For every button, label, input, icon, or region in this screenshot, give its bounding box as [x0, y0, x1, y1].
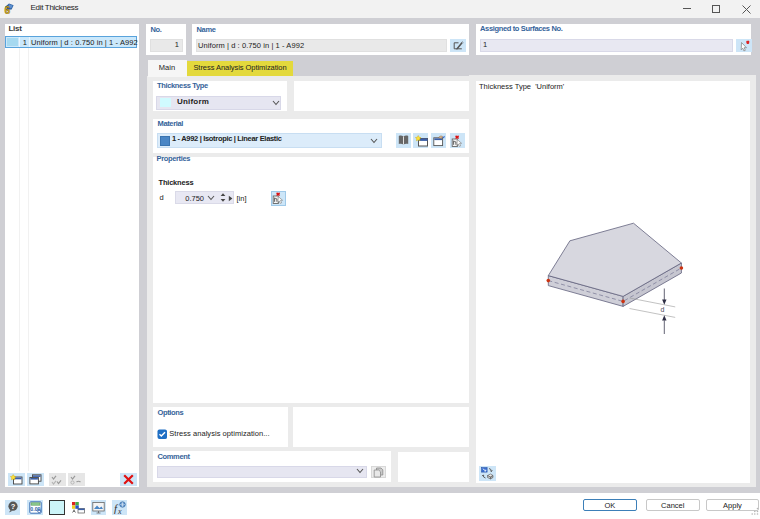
svg-text:6: 6: [4, 4, 10, 13]
svg-text:?: ?: [10, 502, 15, 511]
svg-text:x: x: [117, 506, 122, 514]
svg-text:0.00: 0.00: [30, 506, 40, 512]
